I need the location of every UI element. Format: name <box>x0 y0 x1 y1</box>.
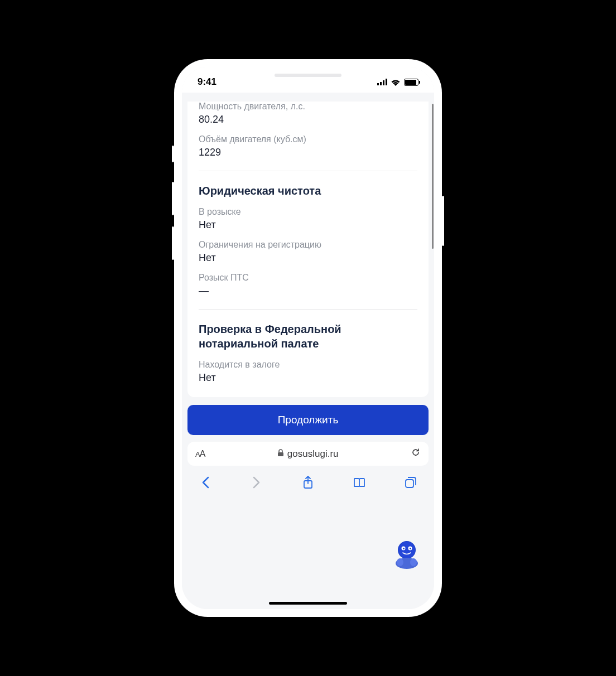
svg-point-12 <box>410 558 417 566</box>
power-button[interactable] <box>442 196 444 246</box>
svg-rect-13 <box>278 452 283 456</box>
back-button[interactable] <box>198 475 213 490</box>
info-card: Мощность двигателя, л.с. 80.24 Объём дви… <box>187 102 429 397</box>
engine-power-value: 80.24 <box>199 114 417 125</box>
phone-frame: 9:41 Мощность двигателя, л.с. 80.24 Объё… <box>174 59 442 617</box>
wanted-value: Нет <box>199 219 417 231</box>
silence-switch[interactable] <box>172 146 174 162</box>
pts-search-label: Розыск ПТС <box>199 273 417 283</box>
volume-down-button[interactable] <box>172 226 174 260</box>
phone-screen: 9:41 Мощность двигателя, л.с. 80.24 Объё… <box>182 67 434 609</box>
svg-rect-3 <box>386 79 387 85</box>
legal-section-title: Юридическая чистота <box>199 184 417 198</box>
battery-icon <box>404 79 418 86</box>
pledge-label: Находится в залоге <box>199 360 417 370</box>
svg-rect-1 <box>380 82 382 85</box>
svg-rect-2 <box>383 80 384 85</box>
pledge-value: Нет <box>199 372 417 384</box>
notch <box>261 67 355 83</box>
reload-button[interactable] <box>411 447 421 460</box>
scrollbar[interactable] <box>432 93 434 609</box>
restrictions-label: Ограничения на регистрацию <box>199 240 417 250</box>
engine-volume-label: Объём двигателя (куб.см) <box>199 134 417 144</box>
content-scroll-area[interactable]: Мощность двигателя, л.с. 80.24 Объём дви… <box>182 93 434 609</box>
pts-search-value: — <box>199 285 417 297</box>
svg-point-9 <box>410 548 411 549</box>
volume-up-button[interactable] <box>172 182 174 215</box>
svg-rect-0 <box>377 83 379 85</box>
cellular-signal-icon <box>377 79 387 85</box>
engine-power-label: Мощность двигателя, л.с. <box>199 102 417 112</box>
forward-button <box>249 475 264 490</box>
svg-rect-15 <box>406 480 413 487</box>
lock-icon <box>277 448 284 460</box>
engine-volume-value: 1229 <box>199 147 417 158</box>
browser-toolbar <box>182 470 434 498</box>
divider <box>199 309 417 310</box>
share-button[interactable] <box>300 475 316 490</box>
svg-point-5 <box>398 542 415 558</box>
bookmarks-button[interactable] <box>352 475 367 490</box>
assistant-robot-button[interactable] <box>391 538 423 570</box>
url-bar[interactable]: AA gosuslugi.ru <box>187 442 429 466</box>
wanted-label: В розыске <box>199 207 417 217</box>
status-icons <box>377 79 418 86</box>
status-time: 9:41 <box>198 76 216 88</box>
svg-point-8 <box>403 548 405 549</box>
reader-mode-button[interactable]: AA <box>195 449 205 459</box>
home-indicator[interactable] <box>269 602 347 605</box>
divider <box>199 171 417 171</box>
notary-section-title: Проверка в Федеральной нотариальной пала… <box>199 322 417 351</box>
restrictions-value: Нет <box>199 252 417 264</box>
svg-point-11 <box>397 558 403 566</box>
wifi-icon <box>391 79 401 86</box>
url-display[interactable]: gosuslugi.ru <box>277 448 339 460</box>
tabs-button[interactable] <box>403 475 418 490</box>
url-text: gosuslugi.ru <box>287 448 339 460</box>
continue-button[interactable]: Продолжить <box>187 405 429 435</box>
